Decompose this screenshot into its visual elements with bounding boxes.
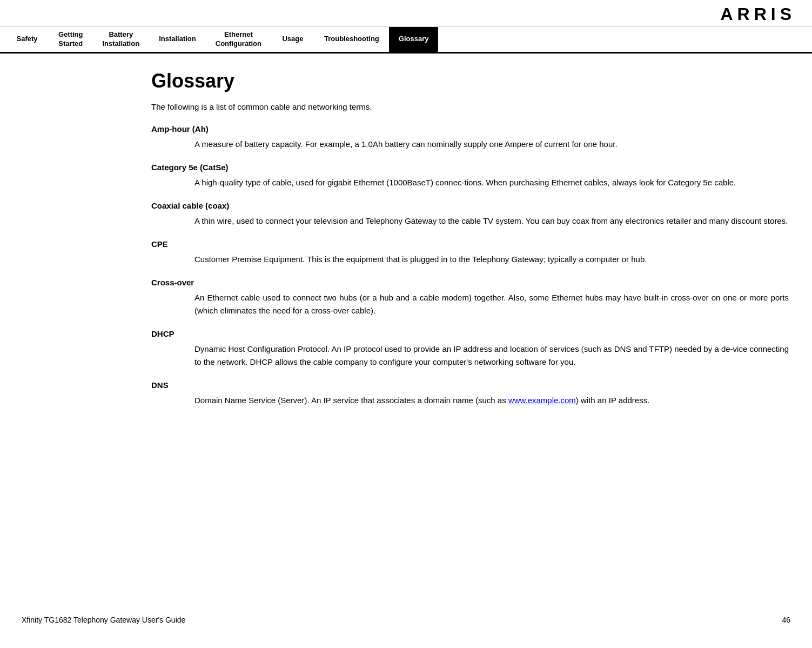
term-cross-over: Cross-overAn Ethernet cable used to conn… xyxy=(151,278,789,317)
footer-guide-title: Xfinity TG1682 Telephony Gateway User's … xyxy=(22,616,185,624)
term-title-coaxial-cable: Coaxial cable (coax) xyxy=(151,201,789,210)
nav-item-battery-installation[interactable]: BatteryInstallation xyxy=(93,27,150,52)
nav-item-troubleshooting[interactable]: Troubleshooting xyxy=(314,27,389,52)
term-title-category-5e: Category 5e (CatSe) xyxy=(151,163,789,172)
term-def-amp-hour: A measure of battery capacity. For examp… xyxy=(194,138,789,151)
term-dns: DNSDomain Name Service (Server). An IP s… xyxy=(151,380,789,407)
logo-bar: ARRIS xyxy=(0,0,812,27)
nav-item-safety[interactable]: Safety xyxy=(5,27,49,52)
nav-item-installation[interactable]: Installation xyxy=(149,27,206,52)
content-wrapper: Glossary The following is a list of comm… xyxy=(0,54,812,594)
navigation: SafetyGettingStartedBatteryInstallationI… xyxy=(0,27,812,54)
nav-item-getting-started[interactable]: GettingStarted xyxy=(49,27,93,52)
term-category-5e: Category 5e (CatSe)A high-quality type o… xyxy=(151,163,789,189)
term-def-dhcp: Dynamic Host Configuration Protocol. An … xyxy=(194,343,789,369)
nav-item-usage[interactable]: Usage xyxy=(271,27,314,52)
term-cpe: CPECustomer Premise Equipment. This is t… xyxy=(151,239,789,266)
term-def-dns: Domain Name Service (Server). An IP serv… xyxy=(194,394,789,407)
term-title-dhcp: DHCP xyxy=(151,329,789,338)
term-def-coaxial-cable: A thin wire, used to connect your televi… xyxy=(194,215,789,228)
term-title-dns: DNS xyxy=(151,380,789,390)
nav-item-ethernet-configuration[interactable]: EthernetConfiguration xyxy=(206,27,271,52)
main-content: Glossary The following is a list of comm… xyxy=(130,54,810,594)
dns-link[interactable]: www.example.com xyxy=(508,396,576,405)
intro-text: The following is a list of common cable … xyxy=(151,102,789,111)
term-def-cross-over: An Ethernet cable used to connect two hu… xyxy=(194,291,789,317)
arris-logo: ARRIS xyxy=(720,4,796,24)
term-def-category-5e: A high-quality type of cable, used for g… xyxy=(194,176,789,189)
terms-container: Amp-hour (Ah)A measure of battery capaci… xyxy=(151,124,789,407)
term-title-cross-over: Cross-over xyxy=(151,278,789,287)
sidebar xyxy=(0,54,130,594)
term-coaxial-cable: Coaxial cable (coax)A thin wire, used to… xyxy=(151,201,789,228)
footer-page-number: 46 xyxy=(782,616,790,624)
term-amp-hour: Amp-hour (Ah)A measure of battery capaci… xyxy=(151,124,789,151)
term-dhcp: DHCPDynamic Host Configuration Protocol.… xyxy=(151,329,789,369)
term-title-amp-hour: Amp-hour (Ah) xyxy=(151,124,789,133)
page-footer: Xfinity TG1682 Telephony Gateway User's … xyxy=(0,605,812,635)
page-title: Glossary xyxy=(151,70,789,92)
nav-item-glossary[interactable]: Glossary xyxy=(389,27,439,52)
term-title-cpe: CPE xyxy=(151,239,789,249)
term-def-cpe: Customer Premise Equipment. This is the … xyxy=(194,253,789,266)
